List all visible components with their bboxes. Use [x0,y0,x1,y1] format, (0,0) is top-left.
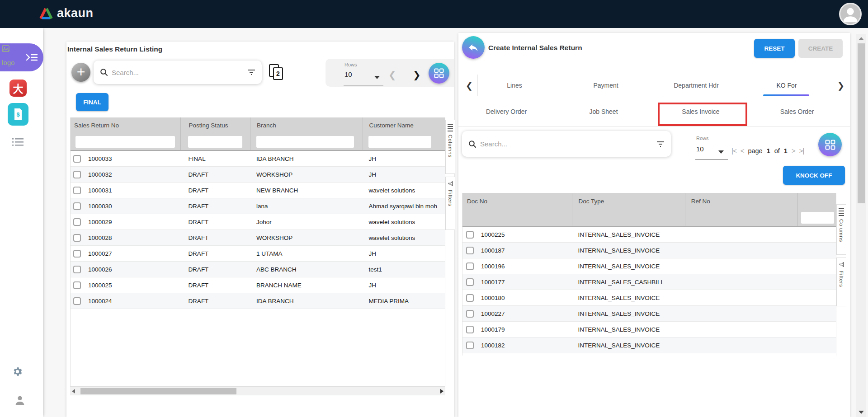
row-checkbox[interactable] [73,250,81,258]
rows-caret-icon[interactable] [374,76,380,79]
row-checkbox[interactable] [466,294,474,302]
row-checkbox[interactable] [466,342,474,349]
horizontal-scrollbar-thumb[interactable] [80,388,236,394]
brand-logo[interactable]: akaun [39,6,94,20]
column-header-customer-name[interactable]: Customer Name [363,117,445,133]
next-page-chevron-icon[interactable]: ❯ [413,70,421,80]
next-page-icon[interactable]: > [792,147,795,155]
scroll-down-arrow-icon[interactable] [859,411,864,414]
column-header-posting-status[interactable]: Posting Status [180,117,250,133]
vertical-scrollbar[interactable] [856,34,866,417]
filters-tab[interactable]: Filters [445,177,455,230]
columns-tab[interactable]: Columns [836,204,846,255]
rows-per-page-select[interactable]: 10 [344,70,352,78]
table-row[interactable]: 1000024 DRAFT IDA BRANCH MEDIA PRIMA [71,293,445,309]
row-checkbox[interactable] [466,326,474,333]
row-checkbox[interactable] [73,234,81,242]
table-row[interactable]: 1000182 INTERNAL_SALES_INVOICE [462,337,836,353]
rows-per-page-select[interactable]: 10 [696,145,704,153]
scroll-left-arrow-icon[interactable] [72,389,75,394]
row-checkbox[interactable] [73,297,81,305]
filter-input-branch[interactable] [256,136,354,148]
column-header-branch[interactable]: Branch [250,117,363,133]
row-checkbox[interactable] [73,155,81,163]
prev-page-icon[interactable]: < [741,147,744,155]
row-checkbox[interactable] [73,218,81,226]
search-input[interactable] [112,69,244,76]
column-header-doc-no[interactable]: Doc No [462,193,572,209]
row-checkbox[interactable] [466,231,474,239]
filter-icon[interactable] [247,69,255,75]
table-row[interactable]: 1000028 DRAFT WORKSHOP wavelet solutions [71,230,445,246]
column-header-ref-no[interactable]: Ref No [685,193,797,209]
column-header-doc-type[interactable]: Doc Type [572,193,684,209]
column-header-sales-return-no[interactable]: Sales Return No [71,117,180,133]
filter-input-extra[interactable] [801,212,834,224]
tab-ko-for[interactable]: KO For [750,75,823,96]
horizontal-scrollbar[interactable] [70,386,445,395]
filter-input-posting-status[interactable] [188,136,242,148]
sidebar-list-icon[interactable] [12,138,24,146]
scroll-right-arrow-icon[interactable] [440,389,443,394]
subtab-delivery-order[interactable]: Delivery Order [463,97,549,127]
row-checkbox[interactable] [73,187,81,194]
tab-department-hdr[interactable]: Department Hdr [660,75,732,96]
subtab-job-sheet[interactable]: Job Sheet [561,97,646,127]
row-checkbox[interactable] [466,278,474,286]
sidebar-profile-icon[interactable] [14,394,26,407]
filter-input-customer-name[interactable] [368,136,431,148]
table-row[interactable]: 1000179 INTERNAL_SALES_INVOICE [462,322,836,337]
row-checkbox[interactable] [466,310,474,318]
grid-view-button[interactable] [818,133,842,156]
table-row[interactable]: 1000032 DRAFT WORKSHOP JH [71,167,445,183]
grid-view-button[interactable] [429,63,449,84]
settings-gear-icon[interactable] [12,366,23,377]
search-input[interactable] [480,140,653,148]
row-checkbox[interactable] [73,281,81,289]
table-row[interactable]: 1000026 DRAFT ABC BRANCH test1 [71,262,445,277]
back-button[interactable] [462,36,485,59]
row-checkbox[interactable] [73,202,81,210]
tabs-scroll-right-icon[interactable]: ❯ [837,75,844,96]
create-button[interactable]: CREATE [798,39,843,58]
table-row[interactable]: 1000027 DRAFT 1 UTAMA JH [71,246,445,262]
user-avatar[interactable] [839,3,862,25]
table-row[interactable]: 1000180 INTERNAL_SALES_INVOICE [462,290,836,306]
table-row[interactable]: 1000177 INTERNAL_SALES_CASHBILL [462,274,836,290]
table-row[interactable]: 1000031 DRAFT NEW BRANCH wavelet solutio… [71,183,445,198]
add-button[interactable]: + [71,63,90,82]
sidebar-app-icon-red[interactable]: 大 [9,80,27,97]
sidebar-collapse-icon[interactable] [25,52,38,63]
scroll-up-arrow-icon[interactable] [859,37,864,40]
reset-button[interactable]: RESET [754,39,795,58]
table-row[interactable]: 1000196 INTERNAL_SALES_INVOICE [462,258,836,274]
row-checkbox[interactable] [466,247,474,254]
prev-page-chevron-icon[interactable]: ❮ [388,70,396,80]
row-checkbox[interactable] [466,262,474,270]
tab-payment[interactable]: Payment [570,75,642,96]
subtab-sales-order[interactable]: Sales Order [754,97,840,127]
last-page-icon[interactable]: >| [799,147,804,155]
filter-icon[interactable] [656,141,665,147]
tabs-scroll-left-icon[interactable]: ❮ [466,75,473,96]
table-row[interactable]: 1000227 INTERNAL_SALES_INVOICE [462,306,836,322]
table-row[interactable]: 1000025 DRAFT BRANCH NAME JH [71,277,445,293]
sidebar-logo-pill[interactable]: logo [0,43,43,71]
table-row[interactable]: 1000029 DRAFT Johor wavelet solutions [71,214,445,230]
columns-tab[interactable]: Columns [445,120,455,174]
sidebar-app-icon-invoice[interactable]: $ [8,103,28,126]
row-checkbox[interactable] [73,171,81,178]
table-row[interactable]: 1000030 DRAFT lana Ahmad syarqawi bin mo… [71,198,445,214]
row-checkbox[interactable] [73,266,81,273]
filters-tab[interactable]: Filters [836,258,846,306]
tab-lines[interactable]: Lines [478,75,551,96]
vertical-scrollbar-thumb[interactable] [858,43,865,203]
table-row[interactable]: 1000033 FINAL IDA BRANCH JH [71,151,445,167]
subtab-sales-invoice[interactable]: Sales Invoice [658,97,744,127]
first-page-icon[interactable]: |< [731,147,736,155]
filter-input-sales-return-no[interactable] [75,136,175,148]
knock-off-button[interactable]: KNOCK OFF [783,166,845,185]
rows-caret-icon[interactable] [718,150,724,154]
table-row[interactable]: 1000225 INTERNAL_SALES_INVOICE [462,227,836,243]
duplicate-pages-icon[interactable]: 2 [269,64,285,82]
